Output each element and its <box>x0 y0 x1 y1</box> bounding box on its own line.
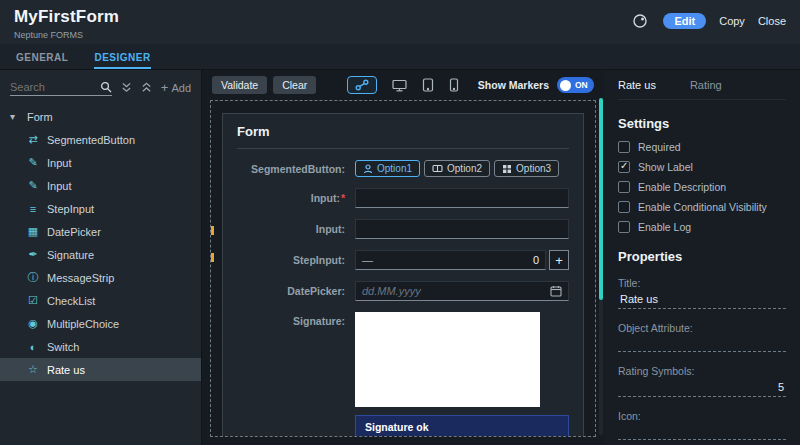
property-label-icon: Icon: <box>618 410 786 422</box>
checkbox-icon[interactable] <box>618 141 630 153</box>
segmented-option-2[interactable]: Option2 <box>424 160 490 177</box>
change-marker-icon <box>210 226 214 235</box>
field-label: Signature: <box>237 312 355 327</box>
checklist-icon: ☑ <box>26 294 40 307</box>
field-label: SegmentedButton: <box>237 163 355 175</box>
tree-item-label: StepInput <box>47 203 94 215</box>
tree-item-datepicker[interactable]: ▦ DatePicker <box>0 220 201 243</box>
tab-bar: GENERAL DESIGNER <box>0 44 800 70</box>
tree-item-form-root[interactable]: ▾ Form <box>0 105 201 128</box>
checkbox-checked-icon[interactable] <box>618 161 630 173</box>
close-button[interactable]: Close <box>758 15 786 27</box>
rating-icon: ☆ <box>26 363 40 376</box>
date-placeholder: dd.MM.yyyy <box>362 285 421 297</box>
property-rating-symbols-input[interactable]: 5 <box>618 377 786 397</box>
tree-item-label: Input <box>47 157 71 169</box>
setting-show-label[interactable]: Show Label <box>618 161 786 173</box>
decrement-icon[interactable]: — <box>362 254 373 266</box>
checkbox-icon[interactable] <box>618 181 630 193</box>
field-input-required: Input:* <box>237 188 569 208</box>
tree-item-segmentedbutton[interactable]: ⇄ SegmentedButton <box>0 128 201 151</box>
field-stepinput: StepInput: — 0 + <box>237 250 569 270</box>
setting-enable-log[interactable]: Enable Log <box>618 221 786 233</box>
switch-icon: ◐ <box>26 341 40 353</box>
step-input-field[interactable]: — 0 <box>355 250 546 270</box>
tree-item-messagestrip[interactable]: ⓘ MessageStrip <box>0 266 201 289</box>
calendar-icon[interactable] <box>550 285 562 297</box>
field-input: Input: <box>237 219 569 239</box>
property-title-input[interactable]: Rate us <box>618 289 786 309</box>
chevron-down-icon[interactable]: ▾ <box>10 111 20 122</box>
date-picker-field[interactable]: dd.MM.yyyy <box>355 281 569 301</box>
collapse-all-icon[interactable] <box>141 82 152 93</box>
segments-icon <box>432 164 443 173</box>
theme-icon[interactable] <box>630 11 650 31</box>
designer-canvas-column: Validate Clear <box>202 70 604 445</box>
input-icon: ✎ <box>26 156 40 169</box>
show-markers-control: Show Markers ON <box>478 77 594 93</box>
flow-preview-icon[interactable] <box>347 76 377 94</box>
properties-section-title: Properties <box>618 249 786 264</box>
input-field[interactable] <box>355 219 569 239</box>
tree-item-signature[interactable]: ✒ Signature <box>0 243 201 266</box>
input-field-required[interactable] <box>355 188 569 208</box>
setting-required[interactable]: Required <box>618 141 786 153</box>
tree-item-checklist[interactable]: ☑ CheckList <box>0 289 201 312</box>
setting-enable-conditional-visibility[interactable]: Enable Conditional Visibility <box>618 201 786 213</box>
phone-preview-icon[interactable] <box>449 78 459 92</box>
page-title: MyFirstForm <box>14 7 119 27</box>
neptune-form-designer: MyFirstForm Neptune FORMS Edit Copy Clos… <box>0 0 800 445</box>
tree-item-label: Rate us <box>47 364 85 376</box>
property-object-attribute-input[interactable] <box>618 334 786 352</box>
canvas-drop-area[interactable]: Form SegmentedButton: Option1 Option2 <box>210 100 596 437</box>
device-preview-group <box>347 76 459 94</box>
header-actions: Edit Copy Close <box>630 11 786 31</box>
signature-pad[interactable] <box>355 312 540 407</box>
signature-control: Signature ok <box>355 312 569 437</box>
copy-button[interactable]: Copy <box>719 15 745 27</box>
expand-all-icon[interactable] <box>121 82 132 93</box>
search-box <box>10 79 112 96</box>
properties-panel: Rate us Rating Settings Required Show La… <box>604 70 800 445</box>
tablet-preview-icon[interactable] <box>422 78 434 92</box>
field-label: Input:* <box>237 192 355 204</box>
tree-item-input-1[interactable]: ✎ Input <box>0 151 201 174</box>
field-label: Input: <box>237 223 355 235</box>
page-subtitle: Neptune FORMS <box>14 30 119 40</box>
tree-item-label: Switch <box>47 341 79 353</box>
tree-item-rate-us[interactable]: ☆ Rate us <box>0 358 201 381</box>
add-element-button[interactable]: + Add <box>161 82 191 94</box>
setting-label: Enable Conditional Visibility <box>638 201 767 213</box>
tree-item-stepinput[interactable]: ≡ StepInput <box>0 197 201 220</box>
search-icon[interactable] <box>100 81 112 93</box>
change-marker-icon <box>210 253 214 262</box>
tree-item-label: SegmentedButton <box>47 134 135 146</box>
desktop-preview-icon[interactable] <box>392 79 407 92</box>
date-picker-icon: ▦ <box>26 225 40 238</box>
canvas-scrollbar-thumb[interactable] <box>599 98 603 300</box>
tab-general[interactable]: GENERAL <box>16 52 68 69</box>
setting-label: Show Label <box>638 161 693 173</box>
edit-button[interactable]: Edit <box>663 13 706 29</box>
selected-element-name: Rate us <box>618 79 656 91</box>
tree-item-input-2[interactable]: ✎ Input <box>0 174 201 197</box>
tree-item-switch[interactable]: ◐ Switch <box>0 335 201 358</box>
checkbox-icon[interactable] <box>618 221 630 233</box>
tree-item-multiplechoice[interactable]: ◉ MultipleChoice <box>0 312 201 335</box>
tab-designer[interactable]: DESIGNER <box>94 52 150 69</box>
setting-enable-description[interactable]: Enable Description <box>618 181 786 193</box>
show-markers-toggle[interactable]: ON <box>557 77 594 93</box>
show-markers-label: Show Markers <box>478 79 549 91</box>
tree-item-label: Form <box>27 111 53 123</box>
segmented-option-3[interactable]: Option3 <box>494 160 559 177</box>
segmented-option-1[interactable]: Option1 <box>355 160 420 177</box>
validate-button[interactable]: Validate <box>212 76 267 94</box>
property-label-title: Title: <box>618 277 786 289</box>
input-icon: ✎ <box>26 179 40 192</box>
clear-button[interactable]: Clear <box>273 76 316 94</box>
property-icon-input[interactable] <box>618 422 786 440</box>
setting-label: Required <box>638 141 681 153</box>
checkbox-icon[interactable] <box>618 201 630 213</box>
increment-button[interactable]: + <box>549 250 569 270</box>
search-input[interactable] <box>10 79 100 95</box>
